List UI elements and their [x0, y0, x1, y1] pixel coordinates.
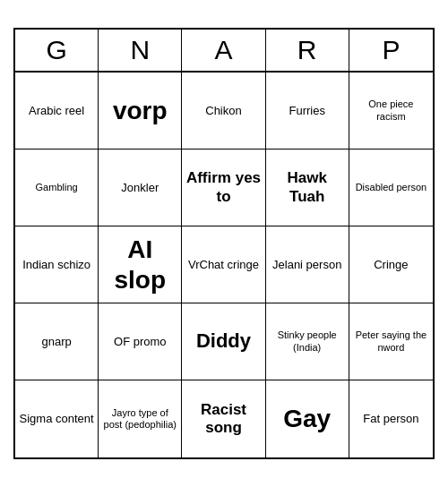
bingo-cell: Gay: [266, 380, 349, 457]
bingo-cell: Arabic reel: [15, 73, 99, 150]
bingo-cell: Jelani person: [266, 226, 349, 303]
bingo-cell: Jonkler: [99, 150, 182, 226]
header-letter: N: [99, 30, 182, 71]
bingo-cell: Stinky people (India): [266, 303, 349, 380]
bingo-cell: gnarp: [15, 303, 99, 380]
bingo-cell: Affirm yes to: [182, 150, 265, 226]
bingo-cell: Peter saying the nword: [349, 303, 433, 380]
header-letter: A: [182, 30, 265, 71]
bingo-cell: Fat person: [349, 380, 433, 457]
bingo-cell: Diddy: [182, 303, 265, 380]
bingo-cell: One piece racism: [349, 73, 433, 150]
bingo-cell: Cringe: [349, 226, 433, 303]
bingo-cell: Indian schizo: [15, 226, 99, 303]
bingo-header: GNARP: [15, 30, 433, 73]
bingo-grid: Arabic reelvorpChikonFurriesOne piece ra…: [15, 73, 433, 457]
bingo-cell: Chikon: [182, 73, 265, 150]
bingo-card: GNARP Arabic reelvorpChikonFurriesOne pi…: [13, 28, 435, 459]
bingo-cell: Jayro type of post (pedophilia): [99, 380, 182, 457]
bingo-cell: Sigma content: [15, 380, 99, 457]
bingo-cell: Hawk Tuah: [266, 150, 349, 226]
bingo-cell: AI slop: [99, 226, 182, 303]
bingo-cell: VrChat cringe: [182, 226, 265, 303]
bingo-cell: Furries: [266, 73, 349, 150]
header-letter: R: [266, 30, 349, 71]
bingo-cell: vorp: [99, 73, 182, 150]
bingo-cell: Disabled person: [349, 150, 433, 226]
header-letter: G: [15, 30, 99, 71]
bingo-cell: Racist song: [182, 380, 265, 457]
header-letter: P: [349, 30, 433, 71]
bingo-cell: OF promo: [99, 303, 182, 380]
bingo-cell: Gambling: [15, 150, 99, 226]
